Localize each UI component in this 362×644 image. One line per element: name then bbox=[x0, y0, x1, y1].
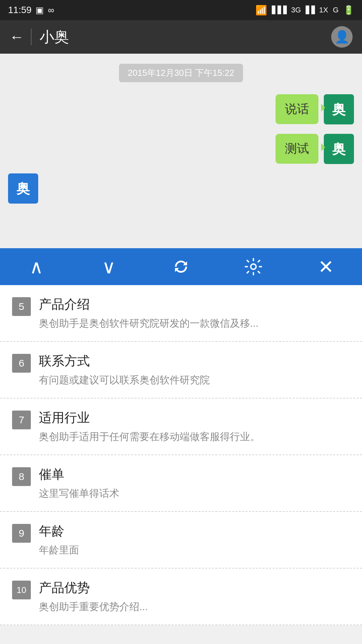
status-bar: 11:59 ▣ ∞ 📶 ▋▋▋ 3G ▋▋ 1X G 🔋 bbox=[0, 0, 362, 20]
message-row-3: 奥 bbox=[8, 173, 354, 204]
status-left: 11:59 ▣ ∞ bbox=[8, 5, 54, 15]
time-display: 11:59 bbox=[8, 5, 32, 15]
item-title-5: 产品介绍 bbox=[39, 296, 350, 313]
item-number-5: 5 bbox=[12, 297, 31, 316]
signal-3g-icon: ▋▋▋ 3G bbox=[272, 6, 301, 14]
list-item-9[interactable]: 9 年龄 年龄里面 bbox=[0, 512, 362, 569]
item-number-10: 10 bbox=[12, 581, 31, 599]
message-bubble-2: 测试 bbox=[276, 134, 318, 164]
scroll-down-button[interactable]: ∨ bbox=[95, 253, 122, 280]
item-number-7: 7 bbox=[12, 411, 31, 429]
settings-button[interactable] bbox=[240, 253, 267, 280]
screen-icon: ▣ bbox=[36, 5, 44, 15]
item-content-8: 催单 这里写催单得话术 bbox=[39, 466, 350, 500]
sender-avatar-1: 奥 bbox=[324, 94, 354, 124]
nav-divider bbox=[31, 29, 32, 45]
item-title-7: 适用行业 bbox=[39, 409, 350, 426]
list-item-6[interactable]: 6 联系方式 有问题或建议可以联系奥创软件研究院 bbox=[0, 342, 362, 398]
item-title-10: 产品优势 bbox=[39, 579, 350, 596]
signal-1x-icon: ▋▋ 1X bbox=[306, 6, 328, 14]
item-content-10: 产品优势 奥创助手重要优势介绍... bbox=[39, 579, 350, 614]
chat-area: 2015年12月30日 下午15:22 奥 说话 奥 测试 奥 bbox=[0, 54, 362, 248]
item-title-8: 催单 bbox=[39, 466, 350, 483]
status-right: 📶 ▋▋▋ 3G ▋▋ 1X G 🔋 bbox=[255, 5, 354, 16]
item-number-9: 9 bbox=[12, 524, 31, 543]
signal-g-icon: G bbox=[333, 6, 339, 14]
list-item-10[interactable]: 10 产品优势 奥创助手重要优势介绍... bbox=[0, 569, 362, 625]
page-title: 小奥 bbox=[40, 27, 331, 47]
back-button[interactable]: ← bbox=[9, 29, 24, 45]
item-content-9: 年龄 年龄里面 bbox=[39, 523, 350, 557]
item-title-6: 联系方式 bbox=[39, 353, 350, 370]
timestamp-text: 2015年12月30日 下午15:22 bbox=[119, 64, 243, 82]
message-bubble-1: 说话 bbox=[276, 94, 318, 124]
item-desc-10: 奥创助手重要优势介绍... bbox=[39, 600, 350, 614]
sender-avatar-2: 奥 bbox=[324, 134, 354, 164]
list-area: 5 产品介绍 奥创助手是奥创软件研究院研发的一款微信及移... 6 联系方式 有… bbox=[0, 285, 362, 625]
item-title-9: 年龄 bbox=[39, 523, 350, 540]
list-item-7[interactable]: 7 适用行业 奥创助手适用于任何需要在移动端做客服得行业。 bbox=[0, 398, 362, 455]
battery-icon: 🔋 bbox=[343, 5, 354, 15]
scroll-up-button[interactable]: ∧ bbox=[23, 253, 50, 280]
item-number-8: 8 bbox=[12, 467, 31, 486]
item-desc-8: 这里写催单得话术 bbox=[39, 486, 350, 500]
toolbar: ∧ ∨ ✕ bbox=[0, 248, 362, 285]
receiver-avatar-1: 奥 bbox=[8, 173, 38, 204]
timestamp-badge: 2015年12月30日 下午15:22 bbox=[8, 64, 354, 82]
close-button[interactable]: ✕ bbox=[312, 253, 339, 280]
list-item-8[interactable]: 8 催单 这里写催单得话术 bbox=[0, 455, 362, 512]
item-desc-6: 有问题或建议可以联系奥创软件研究院 bbox=[39, 373, 350, 387]
svg-point-0 bbox=[251, 264, 256, 269]
item-number-6: 6 bbox=[12, 354, 31, 373]
top-nav: ← 小奥 👤 bbox=[0, 20, 362, 54]
item-desc-5: 奥创助手是奥创软件研究院研发的一款微信及移... bbox=[39, 316, 350, 330]
wifi-icon: 📶 bbox=[255, 5, 267, 16]
refresh-button[interactable] bbox=[168, 253, 194, 280]
list-item-5[interactable]: 5 产品介绍 奥创助手是奥创软件研究院研发的一款微信及移... bbox=[0, 285, 362, 342]
item-content-7: 适用行业 奥创助手适用于任何需要在移动端做客服得行业。 bbox=[39, 409, 350, 444]
item-content-5: 产品介绍 奥创助手是奥创软件研究院研发的一款微信及移... bbox=[39, 296, 350, 330]
infinity-icon: ∞ bbox=[48, 5, 54, 15]
profile-icon: 👤 bbox=[335, 30, 350, 44]
item-desc-7: 奥创助手适用于任何需要在移动端做客服得行业。 bbox=[39, 430, 350, 444]
item-content-6: 联系方式 有问题或建议可以联系奥创软件研究院 bbox=[39, 353, 350, 387]
message-row-1: 奥 说话 bbox=[8, 94, 354, 124]
message-row-2: 奥 测试 bbox=[8, 134, 354, 164]
item-desc-9: 年龄里面 bbox=[39, 543, 350, 557]
profile-button[interactable]: 👤 bbox=[331, 26, 353, 48]
